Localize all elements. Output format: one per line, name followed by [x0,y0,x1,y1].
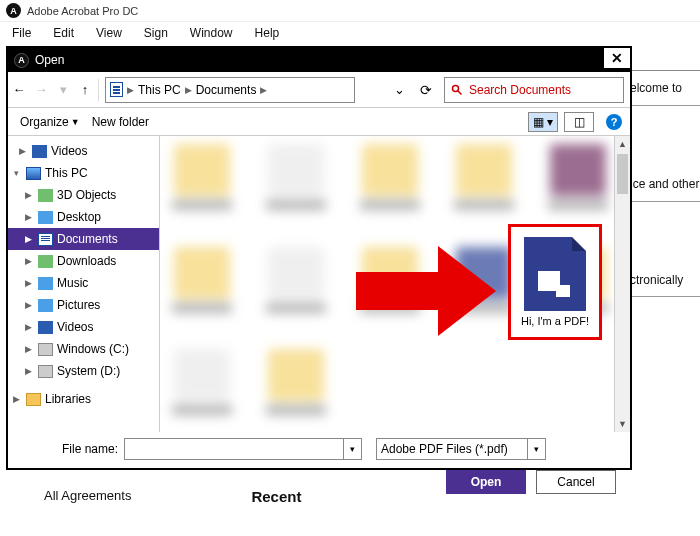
tree-libraries[interactable]: ▶Libraries [8,388,159,410]
filename-dropdown-icon[interactable]: ▾ [343,439,361,459]
file-item-label: Hi, I'm a PDF! [521,315,589,327]
app-title: Adobe Acrobat Pro DC [27,5,138,17]
open-dialog: A Open ✕ ← → ▾ ↑ ▶ This PC ▶ Documents ▶… [6,46,632,470]
menu-view[interactable]: View [86,23,132,43]
chevron-down-icon[interactable]: ▾ [527,439,545,459]
tree-ddrive[interactable]: ▶System (D:) [8,360,159,382]
scrollbar[interactable]: ▲ ▼ [614,136,630,432]
search-placeholder: Search Documents [469,83,571,97]
svg-point-0 [453,85,459,91]
menu-sign[interactable]: Sign [134,23,178,43]
pdf-file-icon [524,237,586,311]
file-filter-select[interactable]: Adobe PDF Files (*.pdf) ▾ [376,438,546,460]
bg-welcome: elcome to [630,80,700,106]
refresh-icon[interactable]: ⟳ [414,82,438,98]
close-icon[interactable]: ✕ [602,46,632,70]
filename-label: File name: [18,442,118,456]
scroll-down-icon[interactable]: ▼ [615,416,630,432]
tree-pictures[interactable]: ▶Pictures [8,294,159,316]
tree-3dobjects[interactable]: ▶3D Objects [8,184,159,206]
menu-edit[interactable]: Edit [43,23,84,43]
tree-videos2[interactable]: ▶Videos [8,316,159,338]
breadcrumb-thispc[interactable]: This PC [138,83,181,97]
nav-back-icon[interactable]: ← [8,77,30,103]
nav-recent-dropdown[interactable]: ▾ [52,77,74,103]
breadcrumb[interactable]: ▶ This PC ▶ Documents ▶ [105,77,355,103]
file-item-pdf[interactable]: Hi, I'm a PDF! [508,224,602,340]
tree-cdrive[interactable]: ▶Windows (C:) [8,338,159,360]
file-list[interactable]: Hi, I'm a PDF! ▲ ▼ [160,136,630,432]
breadcrumb-documents[interactable]: Documents [196,83,257,97]
menu-window[interactable]: Window [180,23,243,43]
dialog-icon: A [14,53,29,68]
menu-help[interactable]: Help [245,23,290,43]
bg-office: ice and other [630,176,700,202]
tree-thispc[interactable]: ▾This PC [8,162,159,184]
menu-file[interactable]: File [2,23,41,43]
nav-tree: ▶Videos ▾This PC ▶3D Objects ▶Desktop ▶D… [8,136,160,432]
cancel-button[interactable]: Cancel [536,470,616,494]
organize-button[interactable]: Organize▼ [16,113,84,131]
menubar: File Edit View Sign Window Help [0,22,700,44]
breadcrumb-icon [110,82,123,97]
nav-up-icon[interactable]: ↑ [74,77,96,103]
open-button[interactable]: Open [446,470,526,494]
help-icon[interactable]: ? [606,114,622,130]
chevron-right-icon[interactable]: ▶ [185,85,192,95]
tree-downloads[interactable]: ▶Downloads [8,250,159,272]
tree-videos[interactable]: ▶Videos [8,140,159,162]
app-icon: A [6,3,21,18]
bg-esign: ctronically [630,272,700,298]
tree-desktop[interactable]: ▶Desktop [8,206,159,228]
search-input[interactable]: Search Documents [444,77,624,103]
view-mode-button[interactable]: ▦ ▾ [528,112,558,132]
tree-documents[interactable]: ▶Documents [8,228,159,250]
dialog-title: Open [35,53,64,67]
scroll-up-icon[interactable]: ▲ [615,136,630,152]
filename-input[interactable]: ▾ [124,438,362,460]
svg-line-1 [458,90,462,94]
chevron-right-icon[interactable]: ▶ [127,85,134,95]
tutorial-arrow-icon [356,246,506,336]
new-folder-button[interactable]: New folder [88,113,153,131]
nav-forward-icon: → [30,77,52,103]
search-icon [451,84,463,96]
preview-pane-button[interactable]: ◫ [564,112,594,132]
scroll-thumb[interactable] [617,154,628,194]
tree-music[interactable]: ▶Music [8,272,159,294]
chevron-right-icon[interactable]: ▶ [260,85,267,95]
breadcrumb-dropdown-icon[interactable]: ⌄ [388,77,410,103]
